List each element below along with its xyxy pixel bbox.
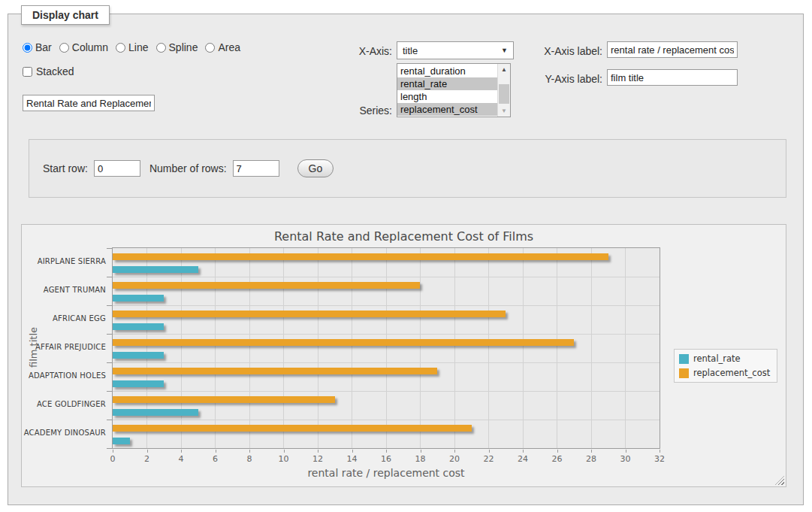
chart-type-radio-line[interactable]: [116, 43, 125, 53]
category-label: AFRICAN EGG: [22, 314, 106, 323]
bar-replacement_cost: [113, 339, 574, 346]
x-axis-label-field-label: X-Axis label:: [535, 45, 602, 57]
bar-rental_rate: [113, 323, 164, 330]
bar-rental_rate: [113, 352, 164, 359]
legend-label: rental_rate: [693, 353, 741, 364]
gridline: [352, 248, 352, 448]
series-listbox[interactable]: rental_durationrental_ratelengthreplacem…: [397, 63, 511, 117]
x-tick: [660, 450, 660, 453]
chart-type-option-area[interactable]: Area: [205, 41, 240, 53]
chart-type-radio-label: Area: [218, 41, 240, 53]
gridline: [386, 248, 387, 448]
start-row-input[interactable]: [94, 160, 140, 177]
category-label: ADAPTATION HOLES: [22, 371, 106, 380]
chart-type-radio-bar[interactable]: [23, 43, 32, 53]
x-axis-title: rental rate / replacement cost: [112, 467, 660, 479]
page: Display chart BarColumnLineSplineArea St…: [0, 0, 812, 512]
series-option-length[interactable]: length: [397, 90, 497, 103]
legend-swatch-rental_rate: [679, 354, 689, 364]
y-tick: [107, 391, 112, 392]
x-tick-label: 24: [518, 454, 528, 464]
x-tick: [523, 450, 524, 453]
y-tick: [107, 277, 112, 277]
x-tick: [591, 450, 592, 453]
x-axis-select-label: X-Axis:: [338, 45, 392, 57]
plot-area: [112, 247, 660, 449]
stacked-option[interactable]: Stacked: [23, 65, 74, 77]
category-label: ACE GOLDFINGER: [22, 400, 106, 408]
y-tick: [107, 448, 112, 449]
x-tick-label: 2: [144, 454, 149, 464]
gridline: [113, 334, 660, 335]
y-tick: [107, 334, 112, 335]
resize-handle-icon[interactable]: [775, 476, 784, 485]
number-of-rows-input[interactable]: [233, 160, 279, 177]
category-label: AFFAIR PREJUDICE: [22, 343, 106, 351]
bar-replacement_cost: [113, 282, 420, 289]
x-tick-label: 32: [654, 454, 665, 464]
chart-type-radio-label: Bar: [35, 41, 52, 53]
chart-type-radio-area[interactable]: [205, 43, 215, 53]
bar-rental_rate: [113, 409, 198, 416]
x-tick: [454, 450, 455, 453]
chart-type-option-line[interactable]: Line: [116, 41, 148, 53]
x-tick-label: 16: [381, 454, 391, 464]
gridline: [113, 420, 660, 420]
x-tick: [386, 450, 387, 453]
x-axis-select[interactable]: title ▼: [397, 41, 514, 59]
x-tick: [113, 450, 113, 453]
scroll-down-icon[interactable]: ▼: [498, 105, 510, 117]
x-tick-label: 30: [620, 454, 631, 464]
chart-type-radio-spline[interactable]: [156, 43, 166, 53]
chart-type-option-bar[interactable]: Bar: [23, 41, 52, 53]
chart-type-option-column[interactable]: Column: [59, 41, 108, 53]
number-of-rows-label: Number of rows:: [149, 162, 227, 174]
series-option-rental_duration[interactable]: rental_duration: [397, 65, 497, 77]
series-scrollbar[interactable]: ▲ ▼: [497, 64, 510, 117]
x-tick: [421, 450, 421, 453]
legend-item: rental_rate: [679, 353, 770, 364]
y-tick: [107, 248, 112, 249]
gridline: [420, 248, 421, 448]
x-tick: [181, 450, 182, 453]
category-label: ACADEMY DINOSAUR: [22, 429, 106, 437]
chart-type-options: BarColumnLineSplineArea: [23, 41, 240, 53]
bar-replacement_cost: [113, 425, 472, 432]
stacked-checkbox[interactable]: [23, 67, 32, 77]
gridline: [113, 305, 660, 306]
scrollbar-thumb[interactable]: [499, 84, 509, 104]
bar-replacement_cost: [113, 368, 437, 374]
chart-type-radio-label: Line: [128, 41, 148, 53]
gridline: [557, 248, 557, 448]
y-tick: [107, 420, 112, 420]
go-button[interactable]: Go: [297, 159, 334, 177]
bar-replacement_cost: [113, 311, 506, 317]
bar-replacement_cost: [113, 253, 608, 260]
chart-title: Rental Rate and Replacement Cost of Film…: [22, 229, 786, 244]
chart-type-option-spline[interactable]: Spline: [156, 41, 198, 53]
scroll-up-icon[interactable]: ▲: [498, 64, 510, 75]
x-tick: [626, 450, 626, 453]
series-options: rental_durationrental_ratelengthreplacem…: [397, 65, 497, 116]
series-option-rental_rate[interactable]: rental_rate: [397, 77, 497, 90]
x-tick-label: 10: [279, 454, 289, 464]
x-axis-label-input[interactable]: [607, 41, 738, 58]
x-tick: [147, 450, 148, 453]
series-option-replacement_cost[interactable]: replacement_cost: [397, 103, 497, 116]
x-tick: [352, 450, 353, 453]
gridline: [181, 248, 182, 448]
x-tick-label: 8: [247, 454, 252, 464]
bar-rental_rate: [113, 266, 198, 273]
gridline: [249, 248, 250, 448]
gridline: [591, 248, 592, 448]
y-axis-label-input[interactable]: [607, 69, 738, 86]
x-tick: [216, 450, 216, 453]
x-tick: [249, 450, 250, 453]
x-tick-label: 28: [586, 454, 596, 464]
chart-type-radio-column[interactable]: [59, 43, 69, 53]
chart-title-input[interactable]: [23, 95, 155, 111]
row-range-panel: Start row: Number of rows: Go: [29, 139, 786, 198]
gridline: [488, 248, 489, 448]
x-tick-label: 14: [347, 454, 358, 464]
stacked-label: Stacked: [36, 65, 74, 77]
